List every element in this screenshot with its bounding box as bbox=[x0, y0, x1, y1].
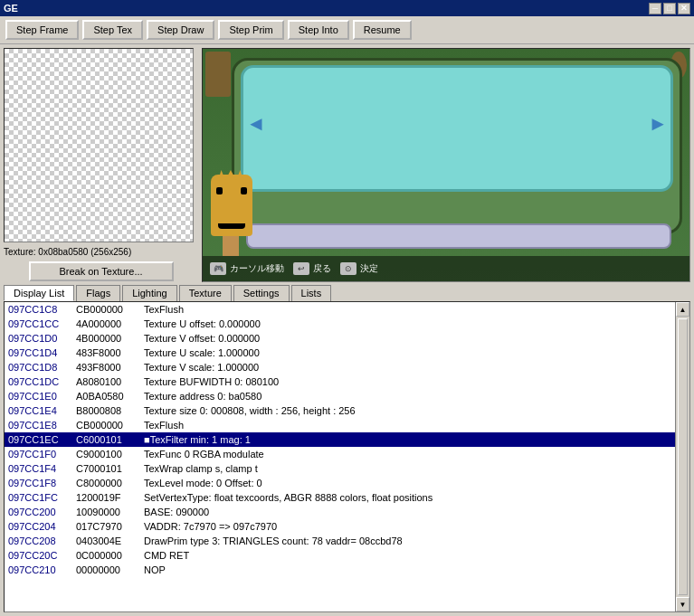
log-row[interactable]: 097CC1F0C9000100TexFunc 0 RGBA modulate bbox=[5, 447, 675, 461]
char-eye-left bbox=[216, 187, 223, 194]
step-frame-button[interactable]: Step Frame bbox=[5, 20, 79, 40]
status-item-confirm: ⊙ 決定 bbox=[340, 262, 378, 275]
log-address: 097CC1F0 bbox=[8, 447, 76, 461]
log-address: 097CC1E0 bbox=[8, 389, 76, 403]
log-code: 1200019F bbox=[76, 490, 144, 505]
log-description: ■TexFilter min: 1 mag: 1 bbox=[144, 432, 251, 447]
log-code: B8000808 bbox=[76, 403, 144, 418]
log-address: 097CC1F4 bbox=[8, 461, 76, 476]
right-panel: ◄ ► bbox=[202, 48, 690, 308]
log-row[interactable]: 097CC1ECC6000101■TexFilter min: 1 mag: 1 bbox=[5, 432, 675, 447]
char-mouth bbox=[218, 223, 245, 229]
log-row[interactable]: 097CC1D04B000000Texture V offset: 0.0000… bbox=[5, 331, 675, 346]
log-row[interactable]: 097CC1CC4A000000Texture U offset: 0.0000… bbox=[5, 317, 675, 331]
log-code: C9000100 bbox=[76, 447, 144, 461]
app-title: GE bbox=[4, 3, 18, 14]
log-row[interactable]: 097CC1DCA8080100Texture BUFWIDTH 0: 0801… bbox=[5, 374, 675, 389]
log-row[interactable]: 097CC20C0C000000CMD RET bbox=[5, 548, 675, 563]
log-scroll-area[interactable]: 097CC1C8CB000000TexFlush097CC1CC4A000000… bbox=[5, 302, 675, 611]
log-address: 097CC204 bbox=[8, 519, 76, 534]
texture-preview bbox=[4, 48, 194, 242]
log-address: 097CC208 bbox=[8, 534, 76, 548]
log-code: C7000101 bbox=[76, 461, 144, 476]
step-prim-button[interactable]: Step Prim bbox=[218, 20, 283, 40]
maximize-button[interactable]: □ bbox=[663, 3, 676, 14]
log-description: Texture address 0: ba0580 bbox=[144, 389, 261, 403]
status-item-cursor: 🎮 カーソル移動 bbox=[210, 262, 284, 275]
scroll-down-button[interactable]: ▼ bbox=[676, 597, 689, 611]
back-label: 戻る bbox=[313, 262, 331, 275]
close-button[interactable]: ✕ bbox=[678, 3, 690, 14]
input-bar bbox=[246, 223, 671, 249]
tab-settings[interactable]: Settings bbox=[233, 285, 290, 301]
log-row[interactable]: 097CC20010090000BASE: 090000 bbox=[5, 505, 675, 519]
log-code: CB000000 bbox=[76, 418, 144, 432]
title-bar: GE ─ □ ✕ bbox=[0, 0, 694, 16]
tab-lighting[interactable]: Lighting bbox=[122, 285, 177, 301]
log-code: 483F8000 bbox=[76, 346, 144, 360]
log-address: 097CC1DC bbox=[8, 374, 76, 389]
game-screen: ◄ ► bbox=[202, 48, 690, 282]
resume-button[interactable]: Resume bbox=[353, 20, 412, 40]
scroll-up-button[interactable]: ▲ bbox=[676, 302, 689, 317]
log-code: CB000000 bbox=[76, 302, 144, 317]
log-description: CMD RET bbox=[144, 548, 189, 563]
log-description: BASE: 090000 bbox=[144, 505, 209, 519]
status-item-back: ↩ 戻る bbox=[293, 262, 331, 275]
log-description: TexWrap clamp s, clamp t bbox=[144, 461, 258, 476]
game-status-bar: 🎮 カーソル移動 ↩ 戻る ⊙ 決定 bbox=[203, 256, 689, 281]
log-row[interactable]: 097CC2080403004EDrawPrim type 3: TRIANGL… bbox=[5, 534, 675, 548]
log-description: TexFunc 0 RGBA modulate bbox=[144, 447, 264, 461]
log-row[interactable]: 097CC1C8CB000000TexFlush bbox=[5, 302, 675, 317]
log-description: VADDR: 7c7970 => 097c7970 bbox=[144, 519, 277, 534]
step-tex-button[interactable]: Step Tex bbox=[82, 20, 143, 40]
break-on-texture-button[interactable]: Break on Texture... bbox=[29, 261, 174, 281]
tab-texture[interactable]: Texture bbox=[179, 285, 232, 301]
log-row[interactable]: 097CC1D4483F8000Texture U scale: 1.00000… bbox=[5, 346, 675, 360]
tab-display-list[interactable]: Display List bbox=[4, 285, 74, 301]
log-code: 10090000 bbox=[76, 505, 144, 519]
log-description: TexFlush bbox=[144, 302, 184, 317]
arrow-right-icon: ► bbox=[648, 112, 668, 136]
log-code: 0C000000 bbox=[76, 548, 144, 563]
log-code: 4B000000 bbox=[76, 331, 144, 346]
log-description: Texture V offset: 0.000000 bbox=[144, 331, 260, 346]
log-description: NOP bbox=[144, 563, 166, 577]
tabs-bar: Display List Flags Lighting Texture Sett… bbox=[0, 283, 694, 301]
log-address: 097CC1C8 bbox=[8, 302, 76, 317]
confirm-label: 決定 bbox=[360, 262, 378, 275]
log-description: Texture V scale: 1.000000 bbox=[144, 360, 259, 374]
log-row[interactable]: 097CC1D8493F8000Texture V scale: 1.00000… bbox=[5, 360, 675, 374]
log-code: A0BA0580 bbox=[76, 389, 144, 403]
minimize-button[interactable]: ─ bbox=[649, 3, 661, 14]
log-row[interactable]: 097CC1E4B8000808Texture size 0: 000808, … bbox=[5, 403, 675, 418]
log-row[interactable]: 097CC1F8C8000000TexLevel mode: 0 Offset:… bbox=[5, 476, 675, 490]
toolbar: Step Frame Step Tex Step Draw Step Prim … bbox=[0, 16, 694, 44]
log-row[interactable]: 097CC1F4C7000101TexWrap clamp s, clamp t bbox=[5, 461, 675, 476]
log-row[interactable]: 097CC21000000000NOP bbox=[5, 563, 675, 577]
tab-lists[interactable]: Lists bbox=[291, 285, 332, 301]
step-into-button[interactable]: Step Into bbox=[288, 20, 349, 40]
left-panel: Texture: 0x08ba0580 (256x256) Break on T… bbox=[4, 48, 198, 308]
tab-flags[interactable]: Flags bbox=[76, 285, 120, 301]
cursor-icon: 🎮 bbox=[210, 262, 226, 275]
log-code: A8080100 bbox=[76, 374, 144, 389]
log-code: 017C7970 bbox=[76, 519, 144, 534]
back-icon: ↩ bbox=[293, 262, 309, 275]
log-row[interactable]: 097CC204017C7970VADDR: 7c7970 => 097c797… bbox=[5, 519, 675, 534]
log-row[interactable]: 097CC1FC1200019FSetVertexType: float tex… bbox=[5, 490, 675, 505]
corner-decoration-left bbox=[205, 52, 231, 97]
log-address: 097CC1F8 bbox=[8, 476, 76, 490]
log-address: 097CC1D0 bbox=[8, 331, 76, 346]
log-container: 097CC1C8CB000000TexFlush097CC1CC4A000000… bbox=[4, 301, 690, 612]
log-code: C6000101 bbox=[76, 432, 144, 447]
scroll-thumb[interactable] bbox=[678, 318, 688, 595]
log-row[interactable]: 097CC1E0A0BA0580Texture address 0: ba058… bbox=[5, 389, 675, 403]
char-eye-right bbox=[241, 187, 247, 194]
step-draw-button[interactable]: Step Draw bbox=[147, 20, 214, 40]
log-row[interactable]: 097CC1E8CB000000TexFlush bbox=[5, 418, 675, 432]
log-code: 493F8000 bbox=[76, 360, 144, 374]
character bbox=[208, 170, 255, 256]
log-address: 097CC20C bbox=[8, 548, 76, 563]
title-bar-title: GE bbox=[4, 3, 18, 14]
